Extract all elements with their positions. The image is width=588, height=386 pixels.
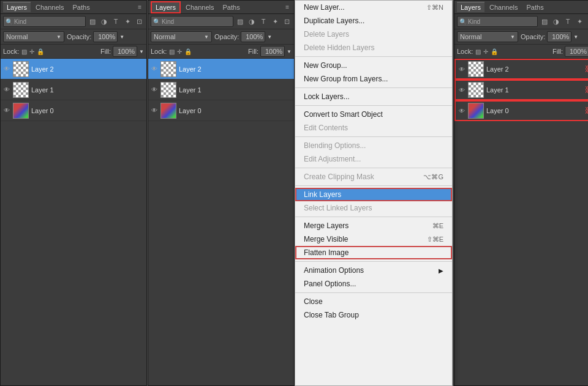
menu-item-link-layers[interactable]: Link Layers <box>295 188 452 201</box>
right-layer-item-1[interactable]: 👁 Layer 1 ⛓ <box>454 80 588 100</box>
middle-lock-pixel-icon[interactable]: ▨ <box>169 48 175 55</box>
middle-tab-paths[interactable]: Paths <box>219 2 244 12</box>
right-layer-thumb-1 <box>468 82 484 98</box>
right-lock-move-icon[interactable]: ✛ <box>483 48 488 55</box>
right-filter-shape-btn[interactable]: ✦ <box>575 17 584 26</box>
right-link-icon-0[interactable]: ⛓ <box>585 65 588 73</box>
left-eye-icon-0[interactable]: 👁 <box>3 65 10 72</box>
middle-eye-icon-2[interactable]: 👁 <box>151 107 158 114</box>
menu-label-close: Close <box>304 297 323 306</box>
right-fill-value[interactable]: 100% <box>565 46 588 57</box>
right-lock-all-icon[interactable]: 🔒 <box>491 48 498 55</box>
menu-item-duplicate-layers[interactable]: Duplicate Layers... <box>295 14 452 28</box>
middle-lock-all-icon[interactable]: 🔒 <box>184 48 192 55</box>
search-icon-right: 🔍 <box>459 18 467 25</box>
menu-item-create-clipping-mask: Create Clipping Mask ⌥⌘G <box>295 170 452 184</box>
menu-item-lock-layers[interactable]: Lock Layers... <box>295 90 452 103</box>
right-filter-pixel-btn[interactable]: ▨ <box>540 17 549 26</box>
menu-item-new-layer[interactable]: New Layer... ⇧⌘N <box>295 1 452 14</box>
right-link-col-1: ⛓ <box>582 86 588 94</box>
middle-tab-layers[interactable]: Layers <box>151 1 181 13</box>
left-opacity-label: Opacity: <box>67 33 91 40</box>
right-layer-thumb-0 <box>468 61 484 77</box>
menu-item-new-group[interactable]: New Group... <box>295 59 452 72</box>
menu-item-flatten-image[interactable]: Flatten Image <box>295 246 452 259</box>
left-layer-item-0[interactable]: 👁 Layer 2 <box>1 59 146 80</box>
right-eye-icon-2[interactable]: 👁 <box>458 108 466 114</box>
menu-item-merge-visible[interactable]: Merge Visible ⇧⌘E <box>295 232 452 246</box>
right-search-box[interactable]: 🔍 Kind <box>457 16 538 27</box>
search-icon-mid: 🔍 <box>153 18 160 25</box>
right-layer-item-2[interactable]: 👁 Layer 0 ⛓ <box>454 100 588 121</box>
menu-label-link-layers: Link Layers <box>304 190 341 199</box>
middle-opacity-label: Opacity: <box>214 33 239 40</box>
left-layer-item-1[interactable]: 👁 Layer 1 <box>1 80 146 100</box>
menu-arrow-animation: ▶ <box>439 267 443 274</box>
search-icon: 🔍 <box>6 18 13 25</box>
middle-filter-type-btn[interactable]: T <box>258 17 268 26</box>
left-lock-all-icon[interactable]: 🔒 <box>37 48 44 55</box>
left-filter-shape-btn[interactable]: ✦ <box>123 17 132 26</box>
middle-blend-dropdown[interactable]: Normal ▼ <box>151 31 212 42</box>
middle-layer-item-0[interactable]: 👁 Layer 2 <box>148 59 294 80</box>
middle-eye-icon-0[interactable]: 👁 <box>151 65 158 72</box>
middle-fill-value[interactable]: 100% <box>260 46 285 57</box>
right-tab-layers[interactable]: Layers <box>457 2 484 12</box>
menu-item-convert-smart[interactable]: Convert to Smart Object <box>295 108 452 121</box>
left-filter-type-btn[interactable]: T <box>111 17 121 26</box>
menu-label-edit-adjustment: Edit Adjustment... <box>304 155 361 163</box>
middle-lock-move-icon[interactable]: ✛ <box>177 48 182 55</box>
middle-search-placeholder: Kind <box>162 18 174 25</box>
menu-item-panel-options[interactable]: Panel Options... <box>295 277 452 291</box>
middle-filter-smart-btn[interactable]: ⊡ <box>282 17 292 26</box>
left-eye-icon-2[interactable]: 👁 <box>3 107 10 114</box>
middle-filter-adj-btn[interactable]: ◑ <box>247 17 257 26</box>
middle-tab-channels[interactable]: Channels <box>182 2 217 12</box>
left-lock-move-icon[interactable]: ✛ <box>29 48 34 55</box>
right-link-icon-2[interactable]: ⛓ <box>585 106 588 115</box>
middle-layer-item-2[interactable]: 👁 Layer 0 <box>148 100 294 121</box>
left-lock-pixel-icon[interactable]: ▨ <box>21 48 27 55</box>
left-tab-paths[interactable]: Paths <box>69 2 94 12</box>
right-blend-dropdown[interactable]: Normal ▼ <box>457 31 518 42</box>
right-tab-channels[interactable]: Channels <box>486 2 521 12</box>
menu-item-new-group-from-layers[interactable]: New Group from Layers... <box>295 72 452 86</box>
right-opacity-value[interactable]: 100% <box>547 31 571 42</box>
middle-filter-pixel-btn[interactable]: ▨ <box>235 17 245 26</box>
left-panel-menu-btn[interactable]: ≡ <box>135 2 144 12</box>
left-layer-item-2[interactable]: 👁 Layer 0 <box>1 100 146 121</box>
menu-item-merge-layers[interactable]: Merge Layers ⌘E <box>295 219 452 232</box>
middle-layer-item-1[interactable]: 👁 Layer 1 <box>148 80 294 100</box>
left-tab-channels[interactable]: Channels <box>32 2 67 12</box>
menu-item-animation-options[interactable]: Animation Options ▶ <box>295 264 452 277</box>
menu-item-close-tab-group[interactable]: Close Tab Group <box>295 308 452 322</box>
right-eye-icon-0[interactable]: 👁 <box>458 66 466 73</box>
right-filter-type-btn[interactable]: T <box>563 17 573 26</box>
right-filter-adj-btn[interactable]: ◑ <box>551 17 561 26</box>
main-container: Layers Channels Paths ≡ 🔍 Kind ▨ ◑ T ✦ ⊡… <box>0 0 588 386</box>
left-tab-layers[interactable]: Layers <box>3 2 31 12</box>
menu-sep-2 <box>295 87 452 88</box>
right-link-icon-1[interactable]: ⛓ <box>585 86 588 94</box>
right-layer-item-0[interactable]: 👁 Layer 2 ⛓ <box>454 59 588 80</box>
left-opacity-value[interactable]: 100% <box>93 31 118 42</box>
middle-eye-icon-1[interactable]: 👁 <box>151 86 158 93</box>
menu-sep-3 <box>295 105 452 106</box>
middle-search-box[interactable]: 🔍 Kind <box>151 16 233 27</box>
right-eye-icon-1[interactable]: 👁 <box>458 87 466 94</box>
left-filter-smart-btn[interactable]: ⊡ <box>134 17 144 26</box>
left-opacity-ctrl: Opacity: 100% ▼ <box>67 31 124 42</box>
left-search-box[interactable]: 🔍 Kind <box>3 16 86 27</box>
left-filter-pixel-btn[interactable]: ▨ <box>88 17 97 26</box>
middle-panel-menu-btn[interactable]: ≡ <box>283 2 292 12</box>
middle-blend-mode-label: Normal <box>154 33 175 40</box>
left-eye-icon-1[interactable]: 👁 <box>3 86 10 93</box>
left-filter-adj-btn[interactable]: ◑ <box>99 17 109 26</box>
menu-item-close[interactable]: Close <box>295 295 452 308</box>
left-fill-value[interactable]: 100% <box>113 46 137 57</box>
left-blend-dropdown[interactable]: Normal ▼ <box>3 31 64 42</box>
right-tab-paths[interactable]: Paths <box>523 2 548 12</box>
right-lock-pixel-icon[interactable]: ▨ <box>475 48 481 55</box>
middle-opacity-value[interactable]: 100% <box>241 31 265 42</box>
middle-filter-shape-btn[interactable]: ✦ <box>270 17 280 26</box>
